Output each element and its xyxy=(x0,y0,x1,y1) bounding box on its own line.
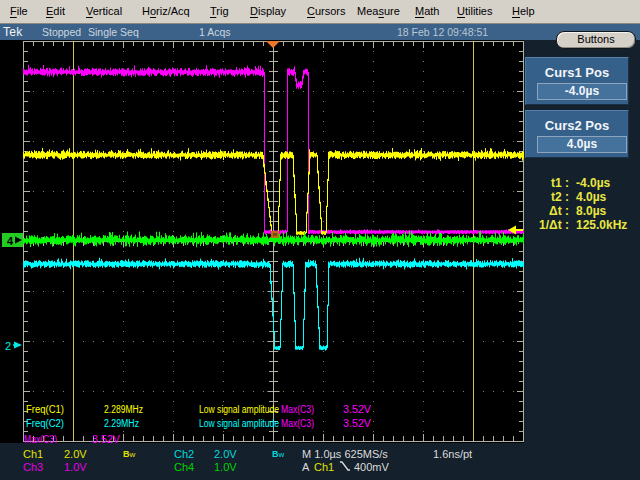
cursor2-pos-panel: Curs2 Pos4.0µs xyxy=(525,110,629,158)
bandwidth-limit-indicator: Bw xyxy=(272,448,284,461)
cursor1-pos-value[interactable]: -4.0µs xyxy=(537,83,627,100)
waveform-display: 42Freq(C1)2.289MHzLow signal amplitudeMa… xyxy=(0,40,524,443)
menu-trig[interactable]: Trig xyxy=(210,0,229,23)
readout-a: A xyxy=(302,461,309,473)
measurement-readout: 3.52V xyxy=(92,434,120,443)
readout-label: t2 : xyxy=(551,190,569,204)
cursor2-pos-value[interactable]: 4.0µs xyxy=(537,136,627,153)
readout-value: 4.0µs xyxy=(576,190,606,204)
menu-utilities[interactable]: Utilities xyxy=(457,0,492,23)
cursor2-pos-title: Curs2 Pos xyxy=(526,118,628,133)
measurement-readout: 3.52V xyxy=(343,418,371,429)
readout-label: Δt : xyxy=(549,204,569,218)
bottom-status-bar: Ch12.0VBwCh22.0VBwM 1.0µs 625MS/s1.6ns/p… xyxy=(0,443,640,480)
ch4-marker-label: 4 xyxy=(7,235,14,247)
readout-ch4: Ch4 xyxy=(174,461,194,473)
cursor1-pos-panel: Curs1 Pos-4.0µs xyxy=(525,57,629,105)
acquisition-count: 1 Acqs xyxy=(199,25,231,39)
measurement-readout: Freq(C1) xyxy=(26,404,64,415)
menu-vertical[interactable]: Vertical xyxy=(86,0,122,23)
menu-cursors[interactable]: Cursors xyxy=(307,0,346,23)
readout-20v: 2.0V xyxy=(214,448,237,460)
cursor-readout-row: 1/Δt :125.0kHz xyxy=(524,218,640,232)
menu-display[interactable]: Display xyxy=(250,0,286,23)
readout-400mv: 400mV xyxy=(354,461,389,473)
readout-value: 8.0µs xyxy=(576,204,606,218)
readout-value: -4.0µs xyxy=(576,176,610,190)
cursor1-pos-title: Curs1 Pos xyxy=(526,65,628,80)
measurement-readout: 2.289MHz xyxy=(104,404,143,415)
readout-label: 1/Δt : xyxy=(539,218,569,232)
acquisition-state: Stopped xyxy=(42,25,81,39)
readout-ch1: Ch1 xyxy=(23,448,43,460)
cursor-readout-row: t1 :-4.0µs xyxy=(524,176,640,190)
readout-16nspt: 1.6ns/pt xyxy=(433,448,472,460)
ch2-marker-label: 2 xyxy=(5,340,11,352)
measurement-readout: Freq(C2) xyxy=(26,418,64,429)
measurement-readout: Max(C3) xyxy=(281,418,314,429)
trigger-position-marker[interactable] xyxy=(266,41,280,48)
sidebar: Curs1 Pos-4.0µsCurs2 Pos4.0µst1 :-4.0µst… xyxy=(524,40,640,443)
trigger-point-marker-core xyxy=(273,233,277,236)
readout-m10s625mss: M 1.0µs 625MS/s xyxy=(302,448,388,460)
bandwidth-limit-indicator: Bw xyxy=(123,448,135,461)
readout-ch3: Ch3 xyxy=(23,461,43,473)
acquisition-mode: Single Seq xyxy=(88,25,139,39)
buttons-button[interactable]: Buttons xyxy=(556,31,636,49)
readout-10v: 1.0V xyxy=(64,461,87,473)
menu-horiz-acq[interactable]: Horiz/Acq xyxy=(142,0,190,23)
menu-bar: FileEditVerticalHoriz/AcqTrigDisplayCurs… xyxy=(0,0,640,24)
measurement-readout: Low signal amplitude xyxy=(199,418,279,429)
menu-measure[interactable]: Measure xyxy=(357,0,400,23)
readout-20v: 2.0V xyxy=(64,448,87,460)
ch2-position-marker[interactable] xyxy=(13,342,22,349)
menu-edit[interactable]: Edit xyxy=(46,0,65,23)
measurement-readout: 3.52V xyxy=(343,404,371,415)
measurement-readout: Low signal amplitude xyxy=(199,404,279,415)
tek-logo: Tek xyxy=(3,25,23,39)
top-status-bar: Tek Stopped Single Seq 1 Acqs 18 Feb 12 … xyxy=(0,24,640,40)
readout-10v: 1.0V xyxy=(214,461,237,473)
menu-help[interactable]: Help xyxy=(512,0,535,23)
readout-label: t1 : xyxy=(551,176,569,190)
measurement-readout: Max(C3) xyxy=(24,434,57,443)
readout-ch1: Ch1 xyxy=(314,461,334,473)
cursor-readout-row: t2 :4.0µs xyxy=(524,190,640,204)
trigger-slope-falling-icon xyxy=(339,461,351,474)
readout-ch2: Ch2 xyxy=(174,448,194,460)
readout-value: 125.0kHz xyxy=(576,218,627,232)
datetime: 18 Feb 12 09:48:51 xyxy=(397,25,488,39)
menu-math[interactable]: Math xyxy=(415,0,439,23)
measurement-readout: 2.29MHz xyxy=(104,418,139,429)
measurement-readout: Max(C3) xyxy=(281,404,314,415)
menu-file[interactable]: File xyxy=(10,0,28,23)
cursor-readout-row: Δt :8.0µs xyxy=(524,204,640,218)
